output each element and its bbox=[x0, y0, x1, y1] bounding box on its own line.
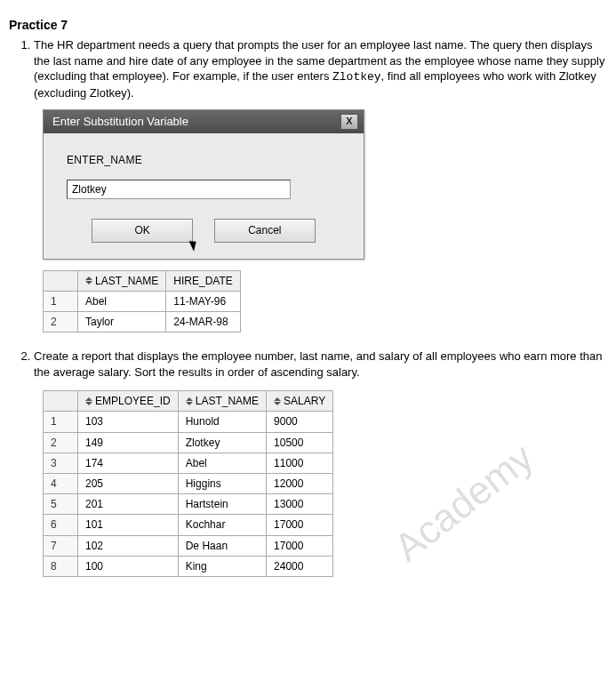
question-2: Create a report that displays the employ… bbox=[34, 348, 607, 577]
close-icon[interactable]: X bbox=[340, 114, 358, 130]
cell-last-name: Kochhar bbox=[178, 515, 266, 535]
cell-last-name: Higgins bbox=[178, 473, 266, 493]
cell-salary: 10500 bbox=[267, 432, 333, 453]
sort-icon bbox=[186, 397, 193, 406]
rownum: 3 bbox=[44, 453, 78, 473]
cell-emp-id: 201 bbox=[78, 494, 179, 515]
rownum: 6 bbox=[44, 515, 78, 535]
table-header-row: LAST_NAME HIRE_DATE bbox=[44, 270, 241, 291]
table-row: 5201Hartstein13000 bbox=[44, 494, 333, 515]
question-list: The HR department needs a query that pro… bbox=[34, 37, 607, 577]
table-row: 7102De Haan17000 bbox=[44, 535, 333, 556]
cell-salary: 12000 bbox=[267, 473, 333, 493]
rownum-header bbox=[44, 391, 78, 412]
rownum: 5 bbox=[44, 494, 78, 515]
rownum: 1 bbox=[44, 291, 78, 311]
table-row: 1 Abel 11-MAY-96 bbox=[44, 291, 241, 311]
cell-last-name: Zlotkey bbox=[178, 432, 266, 453]
cell-hire-date: 11-MAY-96 bbox=[166, 291, 240, 311]
col-salary: SALARY bbox=[267, 391, 333, 412]
cell-emp-id: 100 bbox=[78, 556, 179, 576]
table-row: 2149Zlotkey10500 bbox=[44, 432, 333, 453]
q1-result-table: LAST_NAME HIRE_DATE 1 Abel 11-MAY-96 2 T… bbox=[43, 270, 241, 333]
cell-emp-id: 205 bbox=[78, 473, 179, 493]
cell-last-name: Taylor bbox=[78, 311, 166, 332]
rownum: 2 bbox=[44, 432, 78, 453]
rownum: 1 bbox=[44, 412, 78, 432]
cell-hire-date: 24-MAR-98 bbox=[166, 311, 240, 332]
cell-emp-id: 149 bbox=[78, 432, 179, 453]
cell-emp-id: 103 bbox=[78, 412, 179, 432]
table-row: 2 Taylor 24-MAR-98 bbox=[44, 311, 241, 332]
practice-title: Practice 7 bbox=[9, 18, 607, 32]
table-row: 3174Abel11000 bbox=[44, 453, 333, 473]
cell-last-name: Abel bbox=[78, 291, 166, 311]
col-hire-date: HIRE_DATE bbox=[166, 270, 240, 291]
rownum: 8 bbox=[44, 556, 78, 576]
col-last-name: LAST_NAME bbox=[178, 391, 266, 412]
cancel-button[interactable]: Cancel bbox=[214, 219, 316, 242]
table-row: 4205Higgins12000 bbox=[44, 473, 333, 493]
col-last-name: LAST_NAME bbox=[78, 270, 166, 291]
ok-button[interactable]: OK bbox=[92, 219, 193, 242]
cell-emp-id: 102 bbox=[78, 535, 179, 556]
sort-icon bbox=[85, 276, 92, 285]
dialog-title: Enter Substitution Variable bbox=[52, 114, 188, 130]
cell-emp-id: 101 bbox=[78, 515, 179, 535]
cell-salary: 24000 bbox=[267, 556, 333, 576]
cell-salary: 17000 bbox=[267, 515, 333, 535]
rownum: 4 bbox=[44, 473, 78, 493]
q2-text: Create a report that displays the employ… bbox=[34, 349, 603, 379]
q1-code: Zlotkey bbox=[332, 70, 381, 84]
question-1: The HR department needs a query that pro… bbox=[34, 37, 607, 332]
q2-result-table: EMPLOYEE_ID LAST_NAME SALARY 1103Hunold9… bbox=[43, 390, 333, 577]
cell-salary: 13000 bbox=[267, 494, 333, 515]
sort-icon bbox=[274, 397, 281, 406]
dialog-titlebar: Enter Substitution Variable X bbox=[44, 110, 364, 133]
cell-last-name: Hunold bbox=[178, 412, 266, 432]
watermark-text: Use Only bbox=[234, 601, 339, 602]
substitution-dialog: Enter Substitution Variable X ENTER_NAME… bbox=[43, 109, 364, 259]
cell-last-name: King bbox=[178, 556, 266, 576]
table-header-row: EMPLOYEE_ID LAST_NAME SALARY bbox=[44, 391, 333, 412]
enter-name-input[interactable] bbox=[67, 180, 291, 199]
rownum: 2 bbox=[44, 311, 78, 332]
cell-salary: 17000 bbox=[267, 535, 333, 556]
rownum: 7 bbox=[44, 535, 78, 556]
table-row: 8100King24000 bbox=[44, 556, 333, 576]
cell-salary: 11000 bbox=[267, 453, 333, 473]
dialog-field-label: ENTER_NAME bbox=[67, 153, 340, 167]
cell-last-name: Hartstein bbox=[178, 494, 266, 515]
table-row: 1103Hunold9000 bbox=[44, 412, 333, 432]
sort-icon bbox=[85, 397, 92, 406]
col-employee-id: EMPLOYEE_ID bbox=[78, 391, 179, 412]
cell-last-name: De Haan bbox=[178, 535, 266, 556]
cell-emp-id: 174 bbox=[78, 453, 179, 473]
cell-salary: 9000 bbox=[267, 412, 333, 432]
cell-last-name: Abel bbox=[178, 453, 266, 473]
rownum-header bbox=[44, 270, 78, 291]
table-row: 6101Kochhar17000 bbox=[44, 515, 333, 535]
